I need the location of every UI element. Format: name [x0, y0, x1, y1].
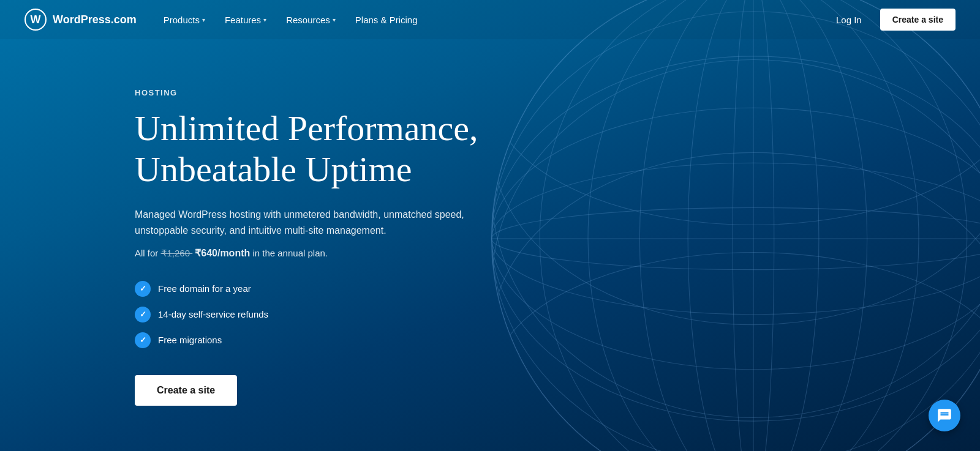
hero-description: Managed WordPress hosting with unmetered…	[135, 207, 502, 238]
wordpress-logo-icon: W	[24, 9, 47, 31]
feature-label-2: Free migrations	[158, 335, 222, 345]
hero-title-line1: Unlimited Performance,	[135, 108, 478, 148]
check-icon-1: ✓	[135, 307, 151, 322]
wordpress-logo-text: WordPress.com	[53, 13, 137, 26]
feature-label-1: 14-day self-service refunds	[158, 309, 268, 319]
chat-button[interactable]	[929, 400, 960, 431]
nav-item-resources[interactable]: Resources ▾	[277, 10, 344, 30]
nav-item-plans-pricing[interactable]: Plans & Pricing	[347, 10, 426, 30]
feature-item-0: ✓ Free domain for a year	[135, 281, 502, 297]
check-icon-0: ✓	[135, 281, 151, 297]
hero-eyebrow: HOSTING	[135, 88, 502, 97]
nav-create-site-button[interactable]: Create a site	[880, 9, 956, 31]
svg-point-7	[492, 60, 981, 452]
navigation: W WordPress.com Products ▾ Features ▾ Re…	[0, 0, 980, 39]
resources-chevron-icon: ▾	[333, 17, 336, 23]
hero-title-line2: Unbeatable Uptime	[135, 149, 412, 189]
svg-point-8	[492, 152, 981, 451]
feature-label-0: Free domain for a year	[158, 283, 251, 294]
hero-create-site-button[interactable]: Create a site	[135, 375, 237, 406]
original-price: ₹1,260	[161, 248, 193, 258]
pricing-prefix: All for	[135, 248, 161, 258]
wordpress-logo[interactable]: W WordPress.com	[24, 9, 137, 31]
pricing-suffix: in the annual plan.	[250, 248, 328, 258]
products-chevron-icon: ▾	[202, 17, 205, 23]
feature-item-2: ✓ Free migrations	[135, 332, 502, 348]
check-icon-2: ✓	[135, 332, 151, 348]
svg-point-11	[492, 0, 981, 325]
nav-item-products[interactable]: Products ▾	[155, 10, 214, 30]
hero-pricing: All for ₹1,260 ₹640/month in the annual …	[135, 247, 502, 259]
hero-features-list: ✓ Free domain for a year ✓ 14-day self-s…	[135, 281, 502, 348]
nav-item-features[interactable]: Features ▾	[216, 10, 275, 30]
svg-point-2	[492, 12, 981, 451]
sale-price: ₹640/month	[195, 248, 250, 258]
hero-title: Unlimited Performance, Unbeatable Uptime	[135, 108, 502, 190]
features-chevron-icon: ▾	[263, 17, 266, 23]
feature-item-1: ✓ 14-day self-service refunds	[135, 307, 502, 322]
nav-right: Log In Create a site	[827, 9, 956, 31]
globe-decoration	[478, 0, 980, 451]
login-link[interactable]: Log In	[827, 10, 870, 30]
hero-section: HOSTING Unlimited Performance, Unbeatabl…	[0, 39, 502, 442]
nav-links: Products ▾ Features ▾ Resources ▾ Plans …	[155, 10, 827, 30]
chat-icon	[937, 408, 952, 423]
